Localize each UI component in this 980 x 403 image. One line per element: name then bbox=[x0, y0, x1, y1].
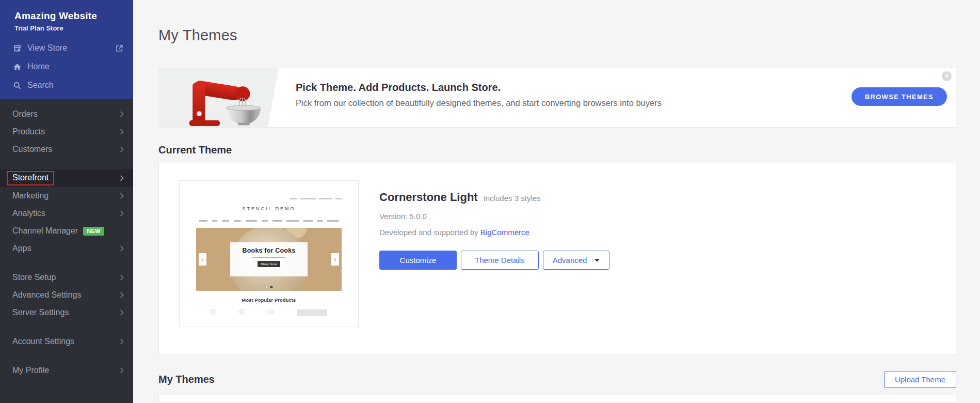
home-icon bbox=[13, 63, 22, 71]
store-plan: Trial Plan Store bbox=[14, 24, 119, 32]
banner-art-panel bbox=[158, 68, 279, 127]
sidebar-store-header: Amazing Website Trial Plan Store View St… bbox=[0, 0, 133, 99]
preview-hero-subtext bbox=[252, 257, 285, 258]
store-name: Amazing Website bbox=[14, 10, 119, 22]
caret-down-icon bbox=[595, 259, 600, 262]
my-themes-heading: My Themes bbox=[158, 374, 215, 385]
developed-by-text: Developed and supported by bbox=[379, 228, 478, 237]
sidebar-item-marketing[interactable]: Marketing bbox=[0, 187, 133, 205]
preview-nav-menu bbox=[196, 220, 342, 222]
sidebar-item-analytics[interactable]: Analytics bbox=[0, 205, 133, 222]
my-themes-list-card bbox=[158, 395, 956, 401]
preview-section-heading: Most Popular Products bbox=[196, 298, 342, 303]
sidebar-item-store-setup[interactable]: Store Setup bbox=[0, 269, 133, 286]
preview-hero-overlay: Books for Cooks Shop Now bbox=[230, 242, 308, 276]
chevron-right-icon bbox=[120, 111, 124, 117]
close-icon[interactable]: ✕ bbox=[942, 71, 952, 81]
sidebar-item-label: Analytics bbox=[12, 209, 45, 218]
chevron-right-icon bbox=[120, 338, 124, 345]
advanced-label: Advanced bbox=[553, 256, 587, 265]
chevron-right-icon bbox=[120, 146, 124, 152]
sidebar-item-label: Storefront bbox=[12, 173, 49, 182]
sidebar: Amazing Website Trial Plan Store View St… bbox=[0, 0, 133, 403]
chevron-right-icon bbox=[120, 367, 124, 374]
sidebar-menu: Orders Products Customers Storefront Mar… bbox=[0, 99, 133, 379]
sidebar-item-label: Store Setup bbox=[12, 273, 56, 282]
chevron-right-icon bbox=[120, 175, 124, 181]
storefront-annotation-highlight: Storefront bbox=[7, 171, 54, 185]
carousel-dots bbox=[265, 286, 273, 288]
storefront-icon bbox=[13, 44, 22, 53]
search-icon bbox=[13, 81, 22, 90]
sidebar-item-channel-manager[interactable]: Channel Manager NEW bbox=[0, 222, 133, 240]
carousel-prev-icon: ‹ bbox=[199, 253, 206, 266]
developer-link[interactable]: BigCommerce bbox=[480, 228, 529, 237]
mixer-image bbox=[187, 72, 269, 126]
theme-details-button[interactable]: Theme Details bbox=[461, 251, 539, 270]
preview-utility-nav bbox=[196, 198, 342, 199]
sidebar-item-label: Search bbox=[27, 81, 54, 90]
sidebar-item-label: Advanced Settings bbox=[12, 290, 81, 300]
sidebar-item-label: Customers bbox=[12, 145, 52, 154]
sidebar-item-label: Marketing bbox=[12, 191, 49, 200]
sidebar-item-label: Account Settings bbox=[12, 337, 74, 346]
theme-name: Cornerstone Light bbox=[379, 191, 478, 204]
sidebar-item-my-profile[interactable]: My Profile bbox=[0, 362, 133, 379]
sidebar-item-label: Products bbox=[12, 127, 45, 136]
chevron-right-icon bbox=[120, 193, 124, 199]
current-theme-heading: Current Theme bbox=[158, 144, 956, 156]
carousel-next-icon: › bbox=[331, 253, 339, 266]
chevron-right-icon bbox=[120, 245, 124, 252]
sidebar-item-orders[interactable]: Orders bbox=[0, 105, 133, 123]
theme-styles-note: Includes 3 styles bbox=[484, 194, 541, 203]
preview-hero-carousel: Books for Cooks Shop Now ‹ › bbox=[196, 228, 342, 291]
main-content: My Themes bbox=[133, 0, 980, 403]
sidebar-item-label: Orders bbox=[12, 110, 38, 119]
sidebar-item-label: View Store bbox=[27, 43, 67, 53]
sidebar-item-advanced-settings[interactable]: Advanced Settings bbox=[0, 286, 133, 304]
sidebar-item-account-settings[interactable]: Account Settings bbox=[0, 333, 133, 350]
sidebar-item-view-store[interactable]: View Store bbox=[0, 39, 133, 57]
sidebar-item-home[interactable]: Home bbox=[0, 57, 133, 76]
preview-store-logo: STENCIL DEMO bbox=[196, 206, 342, 211]
chevron-right-icon bbox=[120, 210, 124, 216]
sidebar-item-products[interactable]: Products bbox=[0, 123, 133, 141]
chevron-right-icon bbox=[120, 309, 124, 316]
current-theme-card: STENCIL DEMO Books for Cooks Shop Now ‹ bbox=[158, 163, 956, 354]
chevron-right-icon bbox=[120, 129, 124, 135]
new-badge: NEW bbox=[83, 227, 104, 236]
sidebar-item-search[interactable]: Search bbox=[0, 76, 133, 95]
advanced-dropdown-button[interactable]: Advanced bbox=[543, 251, 610, 270]
preview-hero-title: Books for Cooks bbox=[230, 247, 308, 254]
chevron-right-icon bbox=[120, 274, 124, 281]
sidebar-item-label: Home bbox=[27, 62, 50, 71]
theme-preview-thumbnail[interactable]: STENCIL DEMO Books for Cooks Shop Now ‹ bbox=[179, 180, 359, 327]
upload-theme-button[interactable]: Upload Theme bbox=[884, 371, 956, 388]
sidebar-item-server-settings[interactable]: Server Settings bbox=[0, 304, 133, 321]
sidebar-item-label: Server Settings bbox=[12, 308, 69, 317]
sidebar-item-apps[interactable]: Apps bbox=[0, 240, 133, 257]
sidebar-item-label: Channel Manager bbox=[12, 226, 78, 236]
chevron-right-icon bbox=[120, 292, 124, 298]
sidebar-item-storefront[interactable]: Storefront bbox=[0, 169, 133, 187]
sidebar-item-customers[interactable]: Customers bbox=[0, 141, 133, 158]
preview-product-placeholders bbox=[196, 309, 342, 316]
sidebar-item-label: Apps bbox=[12, 244, 31, 253]
preview-shop-now-button: Shop Now bbox=[258, 261, 280, 267]
browse-themes-button[interactable]: BROWSE THEMES bbox=[852, 87, 947, 106]
customize-button[interactable]: Customize bbox=[379, 251, 457, 270]
external-link-icon bbox=[115, 44, 124, 53]
promo-banner: Pick Theme. Add Products. Launch Store. … bbox=[158, 68, 956, 127]
page-title: My Themes bbox=[158, 27, 956, 44]
sidebar-item-label: My Profile bbox=[12, 366, 49, 375]
theme-version: Version: 5.0.0 bbox=[379, 212, 609, 221]
